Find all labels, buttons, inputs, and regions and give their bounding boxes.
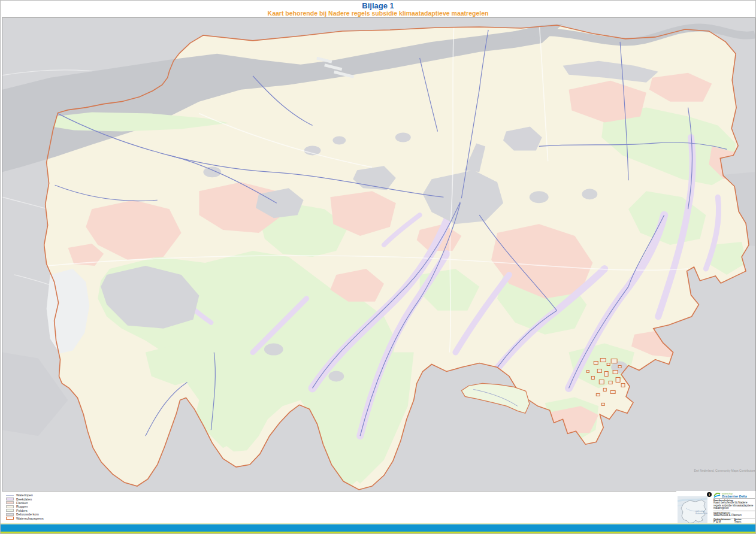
logo-text-name: Brabantse Delta (722, 495, 747, 497)
field-opdrachtgever: Opdrachtgever: Waterbeleid & Plannen (713, 511, 755, 518)
map-sheet-page: Bijlage 1 Kaart behorende bij Nadere reg… (0, 0, 756, 534)
map-svg: Esri Nederland, Community Maps Contribut… (2, 18, 755, 491)
legend-item-waterschapsgrens: Waterschapsgrens (6, 516, 44, 520)
footer-blue-bar (1, 524, 755, 532)
polders-swatch (6, 509, 14, 512)
map-canvas: Esri Nederland, Community Maps Contribut… (2, 17, 755, 491)
ruggen-swatch (6, 505, 14, 508)
bebouwde-kom-swatch (6, 513, 14, 516)
page-subtitle: Kaart behorende bij Nadere regels subsid… (1, 10, 755, 17)
flanken-swatch (6, 501, 14, 504)
beekdalen-swatch (6, 497, 14, 500)
field-kaartbeschrijving: Kaartbeschrijving: Kaart behorende bij N… (713, 498, 755, 511)
footer-lime-line (1, 532, 755, 533)
waterschapsgrens-swatch (6, 517, 14, 520)
page-title: Bijlage 1 (1, 2, 755, 10)
waterschap-logo: waterschap Brabantse Delta (713, 491, 755, 498)
map-attribution: Esri Nederland, Community Maps Contribut… (694, 469, 755, 472)
waterschap-logo-icon (713, 492, 721, 498)
overview-inset-map: waterschap Brabantse Delta (678, 496, 707, 524)
inset-label-line2: Brabantse Delta (695, 512, 707, 515)
waterlopen-line-swatch (6, 494, 14, 497)
legend-item-bebouwde-kom: Bebouwde kom (6, 512, 44, 516)
map-legend: Waterlopen Beekdalen Flanken Ruggen Pold… (6, 493, 44, 520)
title-block: waterschap Brabantse Delta i waterschap … (676, 491, 755, 524)
header: Bijlage 1 Kaart behorende bij Nadere reg… (1, 1, 755, 17)
info-icon: i (707, 492, 712, 497)
